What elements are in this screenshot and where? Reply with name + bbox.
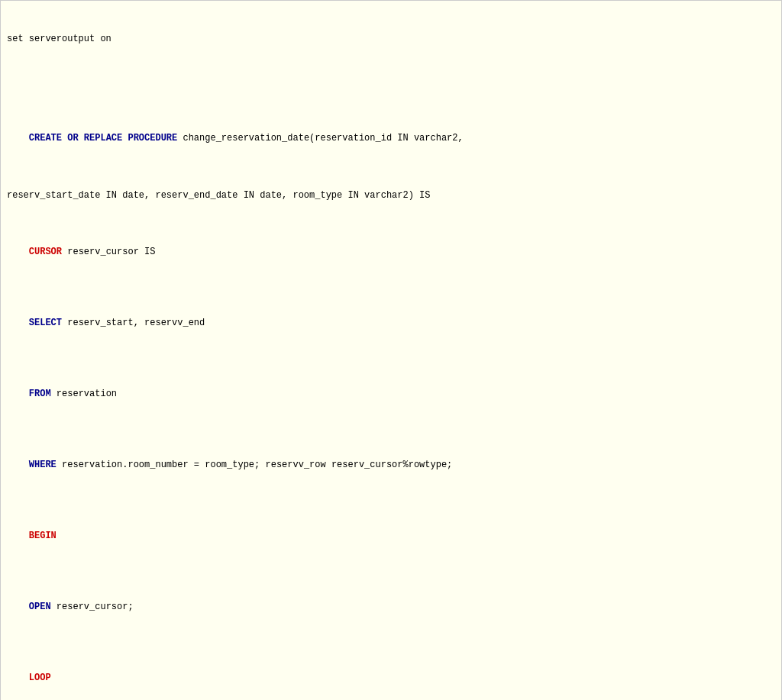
code-line-open: OPEN reserv_cursor; bbox=[7, 585, 775, 628]
code-line-select: SELECT reserv_start, reservv_end bbox=[7, 302, 775, 344]
code-line-loop: LOOP bbox=[7, 656, 775, 699]
code-line-cursor: CURSOR reserv_cursor IS bbox=[7, 231, 775, 274]
code-editor[interactable]: set serveroutput on CREATE OR REPLACE PR… bbox=[0, 0, 782, 700]
keyword-create: CREATE OR REPLACE PROCEDURE bbox=[29, 133, 177, 144]
code-line-where1: WHERE reservation.room_number = room_typ… bbox=[7, 444, 775, 486]
code-line-create: CREATE OR REPLACE PROCEDURE change_reser… bbox=[7, 118, 775, 160]
code-line-params: reserv_start_date IN date, reserv_end_da… bbox=[7, 189, 775, 203]
code-line-1: set serveroutput on bbox=[7, 32, 775, 47]
code-line-begin: BEGIN bbox=[7, 515, 775, 557]
code-line-from: FROM reservation bbox=[7, 373, 775, 415]
